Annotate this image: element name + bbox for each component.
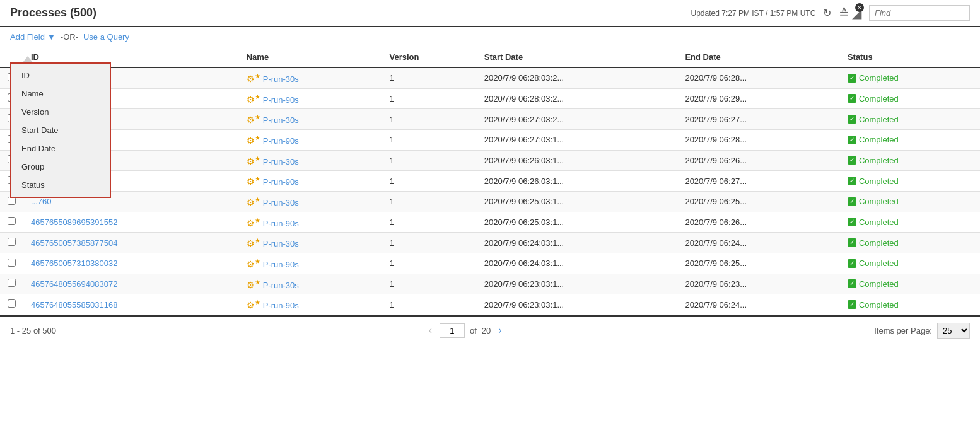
id-link[interactable]: 4657650057385877504	[31, 238, 117, 248]
status-completed: ✓Completed	[848, 259, 972, 268]
table-header-row: ID Name Version Start Date End Date Stat…	[0, 47, 980, 67]
use-query-link[interactable]: Use a Query	[83, 32, 129, 42]
row-version: 1	[382, 294, 476, 315]
header-start-date[interactable]: Start Date	[477, 47, 678, 67]
row-end-date: 2020/7/9 06:27...	[677, 109, 839, 130]
header-version[interactable]: Version	[382, 47, 476, 67]
process-gear-icon: ⚙︎★	[247, 134, 260, 146]
check-icon: ✓	[848, 177, 856, 185]
items-per-page-select[interactable]: 25 50 100	[937, 323, 970, 339]
status-completed: ✓Completed	[848, 156, 972, 165]
range-label: 1 - 25	[10, 326, 31, 335]
row-version: 1	[382, 212, 476, 233]
process-name-link[interactable]: P-run-90s	[263, 177, 299, 187]
process-gear-icon: ⚙︎★	[247, 258, 260, 269]
status-text: Completed	[859, 218, 899, 227]
row-name: ⚙︎★P-run-90s	[239, 88, 382, 109]
row-start-date: 2020/7/9 06:26:03:1...	[477, 171, 678, 192]
updated-timestamp: Updated 7:27 PM IST / 1:57 PM UTC	[691, 9, 816, 18]
check-icon: ✓	[848, 238, 856, 247]
footer: 1 - 25 of 500 ‹ of 20 › Items per Page: …	[0, 315, 980, 345]
row-checkbox[interactable]	[8, 217, 16, 225]
header-end-date[interactable]: End Date	[677, 47, 839, 67]
process-name-link[interactable]: P-run-30s	[263, 280, 299, 289]
row-status: ✓Completed	[840, 171, 980, 192]
status-completed: ✓Completed	[848, 73, 972, 83]
add-field-button[interactable]: Add Field ▼	[10, 32, 55, 42]
check-icon: ✓	[848, 136, 856, 144]
table-row: ...760⚙︎★P-run-30s12020/7/9 06:25:03:1..…	[0, 191, 980, 212]
check-icon: ✓	[848, 94, 856, 103]
footer-range: 1 - 25 of 500	[10, 326, 56, 335]
dropdown-menu: ID Name Version Start Date End Date Grou…	[10, 62, 111, 198]
total-count: 500	[42, 326, 56, 335]
process-name-link[interactable]: P-run-30s	[263, 198, 299, 207]
row-checkbox[interactable]	[8, 238, 16, 246]
process-gear-icon: ⚙︎★	[247, 175, 260, 187]
status-text: Completed	[859, 73, 899, 83]
refresh-icon[interactable]: ↻	[823, 7, 831, 19]
row-start-date: 2020/7/9 06:24:03:1...	[477, 233, 678, 253]
row-checkbox[interactable]	[8, 299, 16, 308]
process-name-link[interactable]: P-run-90s	[263, 260, 299, 269]
footer-items-per-page: Items per Page: 25 50 100	[874, 323, 970, 339]
id-link[interactable]: 4657655089695391552	[31, 218, 117, 227]
process-name-link[interactable]: P-run-90s	[263, 218, 299, 228]
process-name-link[interactable]: P-run-30s	[263, 74, 299, 84]
status-completed: ✓Completed	[848, 177, 972, 186]
id-link[interactable]: 4657648055694083072	[31, 279, 117, 289]
row-name: ⚙︎★P-run-30s	[239, 109, 382, 130]
dropdown-item-status[interactable]: Status	[11, 176, 110, 194]
total-pages: 20	[482, 326, 491, 335]
row-id: 4657655089695391552	[23, 212, 239, 233]
row-name: ⚙︎★P-run-30s	[239, 150, 382, 171]
process-gear-icon: ⚙︎★	[247, 113, 260, 125]
process-name-link[interactable]: P-run-30s	[263, 156, 299, 166]
prev-page-button[interactable]: ‹	[426, 325, 435, 336]
header-status[interactable]: Status	[840, 47, 980, 67]
process-name-link[interactable]: P-run-90s	[263, 95, 299, 104]
footer-pagination: ‹ of 20 ›	[426, 323, 505, 338]
row-start-date: 2020/7/9 06:28:03:2...	[477, 67, 678, 88]
status-text: Completed	[859, 279, 899, 289]
table-row: ...340⚙︎★P-run-90s12020/7/9 06:28:03:2..…	[0, 88, 980, 109]
row-name: ⚙︎★P-run-30s	[239, 191, 382, 212]
row-status: ✓Completed	[840, 109, 980, 130]
dropdown-item-id[interactable]: ID	[11, 66, 110, 84]
filter-button[interactable]: ≙ ◢ ✕	[839, 6, 861, 21]
header-name[interactable]: Name	[239, 47, 382, 67]
row-checkbox[interactable]	[8, 279, 16, 287]
dropdown-item-start-date[interactable]: Start Date	[11, 121, 110, 139]
id-link[interactable]: ...760	[31, 197, 52, 206]
row-end-date: 2020/7/9 06:29...	[677, 88, 839, 109]
row-checkbox-cell	[0, 233, 23, 253]
check-icon: ✓	[848, 197, 856, 206]
table-row: ...876⚙︎★P-run-90s12020/7/9 06:26:03:1..…	[0, 171, 980, 192]
toolbar: Add Field ▼ -OR- Use a Query ID Name Ver…	[0, 27, 980, 47]
id-link[interactable]: 4657650057310380032	[31, 259, 117, 268]
status-completed: ✓Completed	[848, 94, 972, 103]
process-name-link[interactable]: P-run-90s	[263, 136, 299, 146]
next-page-button[interactable]: ›	[496, 325, 504, 336]
row-version: 1	[382, 253, 476, 274]
current-page-input[interactable]	[440, 323, 465, 338]
process-name-link[interactable]: P-run-30s	[263, 239, 299, 248]
row-start-date: 2020/7/9 06:27:03:1...	[477, 129, 678, 150]
table-row: ...88⚙︎★P-run-30s12020/7/9 06:28:03:2...…	[0, 67, 980, 88]
dropdown-item-group[interactable]: Group	[11, 158, 110, 176]
process-name-link[interactable]: P-run-30s	[263, 115, 299, 125]
row-status: ✓Completed	[840, 129, 980, 150]
check-icon: ✓	[848, 279, 856, 288]
dropdown-item-end-date[interactable]: End Date	[11, 139, 110, 158]
find-input[interactable]	[869, 5, 970, 21]
row-checkbox[interactable]	[8, 259, 16, 267]
check-icon: ✓	[848, 156, 856, 165]
id-link[interactable]: 4657648055585031168	[31, 300, 117, 310]
status-completed: ✓Completed	[848, 238, 972, 248]
row-version: 1	[382, 88, 476, 109]
dropdown-item-name[interactable]: Name	[11, 84, 110, 103]
dropdown-item-version[interactable]: Version	[11, 103, 110, 121]
process-name-link[interactable]: P-run-90s	[263, 301, 299, 310]
status-completed: ✓Completed	[848, 218, 972, 227]
row-status: ✓Completed	[840, 88, 980, 109]
